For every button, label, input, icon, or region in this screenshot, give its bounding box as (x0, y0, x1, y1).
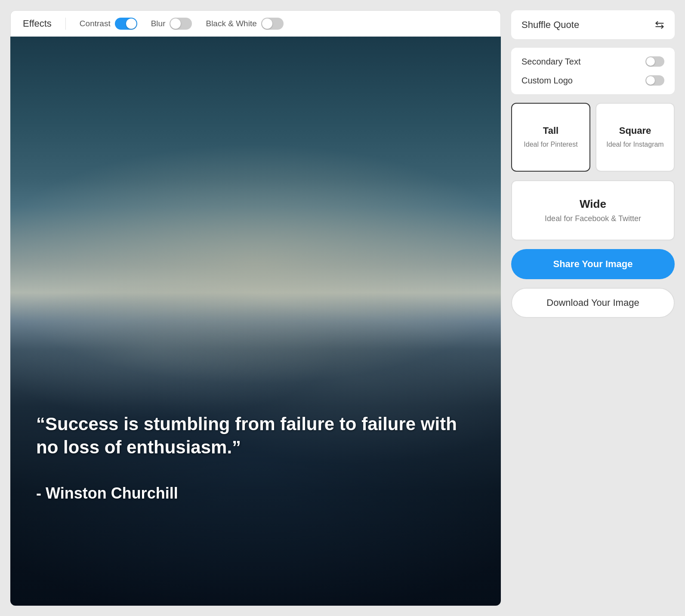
left-panel: Effects Contrast Blur Black & White “Suc… (10, 10, 501, 606)
blur-label: Blur (151, 19, 166, 28)
secondary-text-toggle[interactable] (645, 56, 664, 67)
custom-logo-row: Custom Logo (521, 75, 664, 86)
blur-toggle[interactable] (170, 18, 192, 30)
download-button[interactable]: Download Your Image (511, 288, 675, 318)
format-wide-subtitle: Ideal for Facebook & Twitter (545, 214, 641, 223)
bw-toggle[interactable] (261, 18, 284, 30)
image-area: “Success is stumbling from failure to fa… (10, 37, 501, 606)
quote-text: “Success is stumbling from failure to fa… (36, 413, 475, 459)
format-tall-subtitle: Ideal for Pinterest (524, 140, 577, 149)
effects-divider (65, 18, 66, 30)
shuffle-label: Shuffle Quote (521, 19, 579, 31)
effects-bar: Effects Contrast Blur Black & White (10, 10, 501, 37)
format-row-top: Tall Ideal for Pinterest Square Ideal fo… (511, 103, 675, 172)
right-panel: Shuffle Quote ⇆ Secondary Text Custom Lo… (511, 10, 675, 606)
contrast-toggle[interactable] (115, 18, 137, 30)
cloud-overlay (10, 37, 501, 606)
contrast-label: Contrast (80, 19, 111, 28)
share-button[interactable]: Share Your Image (511, 249, 675, 279)
format-tall-card[interactable]: Tall Ideal for Pinterest (511, 103, 590, 172)
format-wide-card[interactable]: Wide Ideal for Facebook & Twitter (511, 180, 675, 240)
secondary-text-label: Secondary Text (521, 57, 581, 67)
blur-item: Blur (151, 18, 192, 30)
bw-label: Black & White (206, 19, 256, 28)
custom-logo-toggle[interactable] (645, 75, 664, 86)
contrast-item: Contrast (80, 18, 137, 30)
effects-label: Effects (23, 18, 52, 29)
image-background: “Success is stumbling from failure to fa… (10, 37, 501, 606)
format-tall-title: Tall (543, 125, 558, 136)
format-square-card[interactable]: Square Ideal for Instagram (596, 103, 675, 172)
shuffle-card: Shuffle Quote ⇆ (511, 10, 675, 39)
author-text: - Winston Churchill (36, 484, 178, 502)
shuffle-icon[interactable]: ⇆ (655, 18, 664, 31)
settings-card: Secondary Text Custom Logo (511, 48, 675, 94)
custom-logo-label: Custom Logo (521, 76, 573, 86)
secondary-text-row: Secondary Text (521, 56, 664, 67)
format-wide-title: Wide (580, 197, 606, 211)
format-square-subtitle: Ideal for Instagram (606, 140, 663, 149)
bw-item: Black & White (206, 18, 283, 30)
format-square-title: Square (619, 125, 651, 136)
